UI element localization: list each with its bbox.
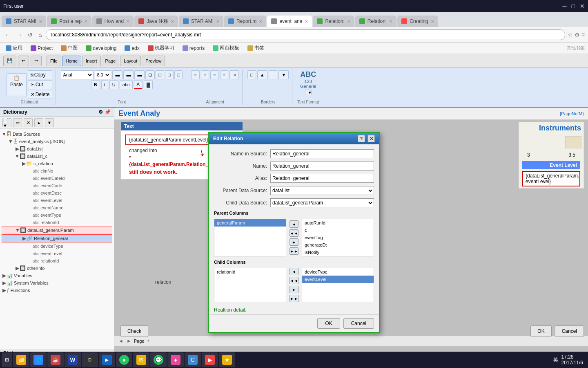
taskbar-app-play[interactable]: ► (99, 352, 115, 367)
font-family-select[interactable]: Arial (61, 70, 94, 79)
menu-icon[interactable]: ≡ (581, 31, 585, 38)
bookmark-ml[interactable]: 机器学习 (145, 44, 177, 52)
minimize-button[interactable]: ─ (563, 3, 567, 9)
close-window-button[interactable]: ✕ (580, 3, 585, 9)
tree-eventname[interactable]: abc eventName (2, 204, 112, 211)
tree-variables[interactable]: ▶ 📊 Variables (2, 272, 112, 279)
tab-event-ana[interactable]: event_ana ✕ (267, 16, 312, 27)
tree-otherinfo[interactable]: ▶ 🔲 otherInfo (2, 265, 112, 272)
bold-button[interactable]: B (91, 80, 100, 89)
tab-close[interactable]: ✕ (171, 19, 174, 24)
tab-close[interactable]: ✕ (347, 19, 350, 24)
tree-event-analysis[interactable]: ▼ 🗄 event_analysis [JSON] (2, 138, 112, 145)
align-left-button[interactable]: ≡ (191, 70, 199, 79)
child-source-select[interactable]: dataList_generalParam (270, 198, 374, 207)
tree-devicetype[interactable]: abc deviceType (2, 242, 112, 250)
tree-eventlevel[interactable]: abc eventLevel (2, 197, 112, 204)
ribbon-tab-home[interactable]: Home (62, 56, 81, 66)
tree-eventdesc[interactable]: abc eventDesc (2, 189, 112, 197)
tree-eventcateid[interactable]: abc eventCateId (2, 175, 112, 182)
toggle-icon[interactable]: ▼ (2, 131, 7, 137)
tree-eventlevel2[interactable]: abc eventLevel (2, 250, 112, 257)
dict-up-btn[interactable]: ▲ (34, 118, 43, 127)
maximize-button[interactable]: □ (572, 3, 575, 9)
underline-button[interactable]: U (109, 80, 118, 89)
tab-how-and[interactable]: How and ✕ (92, 16, 134, 27)
taskbar-app-java[interactable]: ☕ (47, 352, 64, 367)
taskbar-app-chat[interactable]: 💬 (150, 352, 167, 367)
ribbon-tab-file[interactable]: File (47, 56, 61, 66)
chart-btn-6[interactable]: □ (165, 70, 174, 79)
dialog-help-button[interactable]: ? (358, 135, 365, 142)
text-format-expand[interactable]: ▼ (305, 90, 312, 95)
font-size-select[interactable]: 8.0 (95, 70, 111, 79)
name-input[interactable] (270, 162, 374, 171)
taskbar-app-word[interactable]: W (65, 352, 81, 367)
align-justify-button[interactable]: ≡ (220, 70, 228, 79)
arrow-double-left[interactable]: ◄◄ (290, 229, 298, 237)
copy-button[interactable]: ⎘ Copy (28, 70, 53, 79)
chart-btn-5[interactable]: □ (156, 70, 164, 79)
event-level-box[interactable]: Event Level (522, 161, 580, 169)
taskbar-app-pink[interactable]: ♦ (167, 352, 184, 367)
dialog-cancel-button[interactable]: Cancel (343, 318, 374, 329)
dict-edit-btn[interactable]: ✏ (13, 118, 22, 127)
border-btn-1[interactable]: □ (247, 70, 256, 79)
cancel-button[interactable]: Cancel (555, 325, 584, 337)
toggle-icon[interactable]: ▶ (22, 236, 27, 241)
taskbar-app-star[interactable]: ★ (219, 352, 235, 367)
settings-icon[interactable]: ⚙ (575, 31, 580, 38)
dict-new-btn[interactable]: 📄▼ (2, 118, 11, 127)
tab-close[interactable]: ✕ (39, 19, 42, 24)
toggle-icon[interactable]: ▶ (15, 146, 20, 152)
tab-close[interactable]: ✕ (431, 19, 434, 24)
child-arrow-single-left[interactable]: ◄ (290, 268, 298, 275)
bookmark-apps[interactable]: 应用 (3, 44, 25, 52)
tree-datalist-c[interactable]: ▼ 🔲 dataList_c (2, 153, 112, 160)
taskbar-app-mail[interactable]: ✉ (133, 352, 149, 367)
tab-creating[interactable]: Creating ✕ (397, 16, 438, 27)
tree-generalparam[interactable]: ▼ 🔲 dataList_generalParam (2, 226, 112, 234)
child-arrow-double-left[interactable]: ◄◄ (290, 277, 298, 284)
ribbon-tab-page[interactable]: Page (102, 56, 120, 66)
toggle-icon[interactable]: ▼ (15, 153, 20, 159)
tree-relationid2[interactable]: abc relationId (2, 257, 112, 265)
start-button[interactable]: ⊞ (2, 352, 12, 367)
delete-button[interactable]: ✕ Delete (28, 90, 53, 99)
dialog-close-button[interactable]: ✕ (368, 135, 375, 142)
tab-relation-1[interactable]: Relation: ✕ (313, 16, 354, 27)
alias-input[interactable] (270, 174, 374, 183)
parent-right-item-4[interactable]: generateDt (302, 241, 374, 249)
page-add-button[interactable]: + (146, 337, 150, 345)
paste-button[interactable]: 📋 Paste (7, 73, 27, 96)
parent-right-item-3[interactable]: eventTag (302, 234, 374, 241)
tree-cimno[interactable]: abc cimNo (2, 167, 112, 175)
align-center-button[interactable]: ≡ (201, 70, 209, 79)
arrow-single-right[interactable]: ► (290, 238, 298, 246)
tab-post-rep[interactable]: Post a rep ✕ (47, 16, 91, 27)
tab-close[interactable]: ✕ (259, 19, 262, 24)
align-right-button[interactable]: ≡ (210, 70, 218, 79)
tab-close[interactable]: ✕ (84, 19, 87, 24)
italic-button[interactable]: I (101, 80, 108, 89)
parent-source-select[interactable]: dataList (270, 186, 374, 195)
tab-report[interactable]: Report.m ✕ (224, 16, 266, 27)
tree-relationid[interactable]: abc relationId (2, 219, 112, 226)
dict-down-btn[interactable]: ▼ (45, 118, 54, 127)
undo-button[interactable]: ↩ (18, 56, 29, 66)
chart-btn-2[interactable]: ▬ (123, 70, 134, 79)
taskbar-app-browser[interactable]: 🌐 (30, 352, 47, 367)
cut-button[interactable]: ✂ Cut (28, 80, 53, 89)
page-prev-button[interactable]: ◄ (118, 337, 124, 345)
tree-functions[interactable]: ▶ ƒ Functions (2, 287, 112, 294)
other-bookmarks[interactable]: 其他书签 (567, 45, 585, 51)
dialog-ok-button[interactable]: OK (317, 318, 340, 329)
line-btn[interactable]: ─ (269, 70, 278, 79)
tree-system-variables[interactable]: ▶ 📊 System Variables (2, 279, 112, 287)
ribbon-tab-layout[interactable]: Layout (120, 56, 141, 66)
tab-star-ami-2[interactable]: STAR AMI ✕ (179, 16, 223, 27)
bookmark-edx[interactable]: edx (122, 45, 142, 52)
parent-right-item-5[interactable]: isNotify (302, 249, 374, 256)
border-expand-btn[interactable]: ▼ (278, 70, 289, 79)
arrow-single-left[interactable]: ◄ (290, 220, 298, 228)
